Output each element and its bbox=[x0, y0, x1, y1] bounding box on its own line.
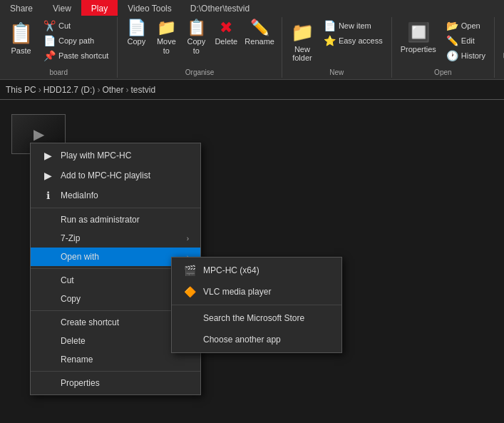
history-button[interactable]: 🕐 History bbox=[442, 49, 490, 63]
select-label: Select bbox=[499, 67, 504, 76]
address-bar: This PC › HDD12.7 (D:) › Other › testvid bbox=[0, 80, 504, 100]
ctx-div-4 bbox=[31, 371, 200, 372]
tab-share[interactable]: Share bbox=[0, 0, 43, 16]
organise-label: Organise bbox=[122, 67, 277, 76]
move-to-icon: 📁 bbox=[157, 20, 176, 36]
select-none-button[interactable]: ☐ Select none bbox=[499, 34, 504, 48]
select-group: ☑ Select all ☐ Select none ⧉ Invert sele… bbox=[495, 17, 504, 78]
cut-icon: ✂️ bbox=[43, 20, 56, 31]
copy-path-button[interactable]: 📄 Copy path bbox=[39, 34, 113, 48]
new-group: 📁 Newfolder 📄 New item ⭐ Easy access New bbox=[282, 17, 392, 78]
delete-button[interactable]: ✖ Delete bbox=[212, 19, 240, 48]
copy-path-icon: 📄 bbox=[43, 35, 56, 46]
new-label: New bbox=[287, 67, 387, 76]
edit-button[interactable]: ✏️ Edit bbox=[442, 34, 490, 48]
paste-shortcut-icon: 📌 bbox=[43, 50, 56, 61]
rename-icon: ✏️ bbox=[250, 20, 269, 36]
move-to-button[interactable]: 📁 Moveto bbox=[152, 19, 180, 57]
open-group: 🔲 Properties 📂 Open ✏️ Edit 🕐 History Op… bbox=[392, 17, 495, 78]
sub-div-1 bbox=[172, 305, 341, 305]
new-folder-icon: 📁 bbox=[291, 21, 314, 44]
sep-1: › bbox=[38, 85, 41, 95]
ctx-mediainfo[interactable]: ℹ MediaInfo bbox=[31, 185, 200, 205]
file-area: ▶ sa ▶ Play with MPC-HC ▶ Add to MPC-HC … bbox=[0, 100, 504, 423]
easy-access-button[interactable]: ⭐ Easy access bbox=[319, 34, 387, 48]
sep-2: › bbox=[97, 85, 100, 95]
breadcrumb-other[interactable]: Other bbox=[102, 85, 123, 95]
copy-to-icon: 📋 bbox=[187, 20, 206, 36]
ribbon: 📋 Paste ✂️ Cut 📄 Copy path 📌 Paste short… bbox=[0, 16, 504, 80]
clipboard-group: 📋 Paste ✂️ Cut 📄 Copy path 📌 Paste short… bbox=[0, 17, 118, 78]
open-label: Open bbox=[396, 67, 490, 76]
properties-button[interactable]: 🔲 Properties bbox=[396, 19, 441, 56]
delete-icon: ✖ bbox=[220, 20, 232, 36]
choose-app-icon bbox=[183, 333, 196, 346]
tab-video-tools[interactable]: Video Tools bbox=[118, 0, 182, 16]
copy-to-button[interactable]: 📋 Copyto bbox=[182, 19, 210, 57]
copy-icon: 📄 bbox=[127, 20, 146, 36]
copy-button[interactable]: 📄 Copy bbox=[122, 19, 150, 48]
rename-button[interactable]: ✏️ Rename bbox=[242, 19, 277, 48]
ctx-play-icon: ▶ bbox=[42, 150, 53, 161]
play-overlay-icon: ▶ bbox=[34, 126, 44, 143]
ctx-add-icon: ▶ bbox=[42, 170, 53, 181]
history-icon: 🕐 bbox=[446, 50, 458, 61]
ctx-7zip[interactable]: 7-Zip › bbox=[31, 229, 200, 248]
easy-access-icon: ⭐ bbox=[324, 35, 336, 46]
open-icon: 📂 bbox=[446, 20, 458, 31]
organise-group: 📄 Copy 📁 Moveto 📋 Copyto ✖ Delete ✏️ Ren… bbox=[118, 17, 282, 78]
submenu: 🎬 MPC-HC (x64) 🔶 VLC media player Search… bbox=[171, 257, 342, 353]
ctx-7zip-arrow: › bbox=[187, 235, 189, 243]
breadcrumb-testvid[interactable]: testvid bbox=[130, 85, 155, 95]
properties-icon: 🔲 bbox=[407, 21, 430, 44]
ctx-div-1 bbox=[31, 208, 200, 208]
paste-button[interactable]: 📋 Paste bbox=[4, 19, 38, 58]
ctx-play-mpc[interactable]: ▶ Play with MPC-HC bbox=[31, 146, 200, 165]
ribbon-tabs: Share View Play Video Tools D:\Other\tes… bbox=[0, 0, 504, 16]
new-item-button[interactable]: 📄 New item bbox=[319, 19, 387, 33]
open-button[interactable]: 📂 Open bbox=[442, 19, 490, 33]
sep-3: › bbox=[125, 85, 128, 95]
sub-vlc[interactable]: 🔶 VLC media player bbox=[172, 281, 341, 302]
breadcrumb-hdd[interactable]: HDD12.7 (D:) bbox=[43, 85, 96, 95]
sub-choose-app[interactable]: Choose another app bbox=[172, 329, 341, 350]
paste-icon: 📋 bbox=[9, 21, 34, 45]
ctx-info-icon: ℹ bbox=[42, 190, 53, 201]
ctx-run-admin[interactable]: Run as administrator bbox=[31, 210, 200, 229]
new-item-icon: 📄 bbox=[324, 20, 336, 31]
tab-play[interactable]: Play bbox=[81, 0, 118, 16]
cut-button[interactable]: ✂️ Cut bbox=[39, 19, 113, 33]
sub-mpc[interactable]: 🎬 MPC-HC (x64) bbox=[172, 260, 341, 281]
store-icon bbox=[183, 312, 196, 325]
paste-shortcut-button[interactable]: 📌 Paste shortcut bbox=[39, 49, 113, 63]
vlc-icon: 🔶 bbox=[183, 285, 196, 298]
breadcrumb-this-pc[interactable]: This PC bbox=[6, 85, 36, 95]
path-display: D:\Other\testvid bbox=[182, 1, 258, 16]
tab-view[interactable]: View bbox=[43, 0, 81, 16]
new-folder-button[interactable]: 📁 Newfolder bbox=[287, 19, 318, 65]
ctx-properties[interactable]: Properties bbox=[31, 374, 200, 392]
ctx-add-playlist[interactable]: ▶ Add to MPC-HC playlist bbox=[31, 165, 200, 185]
mpc-icon: 🎬 bbox=[183, 264, 196, 277]
select-all-button[interactable]: ☑ Select all bbox=[499, 19, 504, 33]
sub-store-search[interactable]: Search the Microsoft Store bbox=[172, 307, 341, 329]
clipboard-label: board bbox=[4, 67, 113, 76]
invert-selection-button[interactable]: ⧉ Invert selection bbox=[499, 49, 504, 63]
edit-icon: ✏️ bbox=[446, 35, 458, 46]
